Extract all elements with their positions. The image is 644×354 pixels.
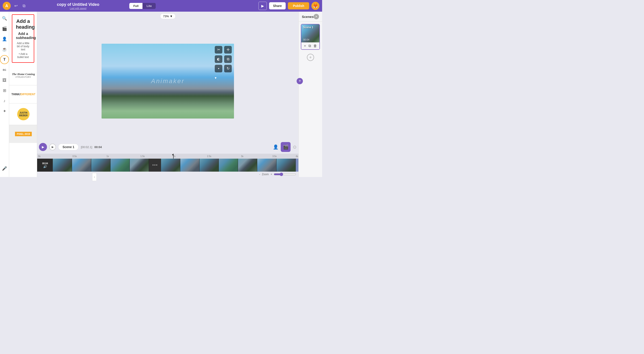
frame-1 — [53, 159, 72, 172]
timeline-ruler: 0s 0.5s 1s 1.5s 2s 2.5s 3s 3.5s 4s ▼ — [37, 154, 298, 159]
sidebar-item-music[interactable]: ♪ — [0, 96, 9, 105]
move-icon[interactable]: ✛ — [224, 46, 232, 54]
copy-scene-button[interactable]: ⧉ — [308, 44, 311, 48]
frame-5 — [130, 159, 149, 172]
frame-9 — [219, 159, 238, 172]
scene-1-card[interactable]: Scene 1 00:04 + ⧉ 🗑 — [301, 24, 320, 50]
sidebar-item-mic[interactable]: 🎤 — [0, 164, 9, 173]
mode-full-button[interactable]: Full — [129, 3, 142, 9]
frame-7 — [180, 159, 200, 172]
zoom-control[interactable]: 73% ▼ — [160, 14, 176, 19]
text-style-think-different[interactable]: THINK/DIFFERENT — [9, 85, 37, 103]
more-controls-icon[interactable]: ▾ — [215, 74, 216, 82]
user-avatar[interactable]: 🦊 — [311, 2, 320, 10]
share-button[interactable]: Share — [269, 2, 286, 10]
zoom-plus[interactable]: + — [270, 173, 272, 176]
sidebar-item-media[interactable]: 🖼 — [0, 76, 9, 85]
app-logo[interactable]: A — [3, 2, 11, 10]
timer-icon[interactable]: ⊙ — [293, 144, 296, 150]
collapse-panel-button[interactable]: ‹ — [92, 173, 97, 177]
title-area: copy of Untitled Video Last edit saved — [29, 2, 127, 10]
ruler-mark-4s: 4s — [296, 155, 298, 157]
frame-more: ••• — [149, 159, 161, 172]
track-audio-icon: 🔊 — [43, 165, 47, 168]
add-element-button[interactable]: + — [296, 78, 303, 84]
add-new-scene-button[interactable]: + — [307, 54, 314, 61]
track-frames[interactable]: ••• — [53, 159, 298, 172]
frame-10 — [238, 159, 257, 172]
preview-play-button[interactable]: ▶ — [258, 2, 267, 10]
frame-6 — [161, 159, 180, 172]
ruler-mark-0_5s: 0.5s — [72, 155, 77, 157]
homecoming-sub: #TRUESTORY — [16, 76, 31, 78]
copy-button[interactable]: ⧉ — [21, 3, 27, 9]
track-time: 00:04 — [42, 162, 48, 165]
delete-scene-button[interactable]: 🗑 — [314, 44, 317, 48]
template-heading: Add a heading — [16, 18, 30, 30]
ruler-mark-0s: 0s — [38, 155, 40, 157]
sidebar-item-scenes[interactable]: 🎬 — [0, 24, 9, 33]
sidebar-item-props[interactable]: ☕ — [0, 45, 9, 54]
scenes-header: Scenes ✕ — [298, 12, 322, 22]
template-body: Add a little bit of body text — [16, 42, 30, 51]
scenes-panel: Scenes ✕ Scene 1 00:04 + ⧉ 🗑 + — [298, 12, 322, 177]
close-scenes-button[interactable]: ✕ — [314, 14, 319, 19]
frame-11 — [257, 159, 276, 172]
mode-lite-button[interactable]: Lite — [142, 3, 156, 9]
sidebar-item-text[interactable]: T — [0, 55, 9, 64]
canvas-controls-row3: ▪ ↻ — [215, 65, 232, 72]
zoom-slider[interactable] — [274, 172, 296, 176]
zoom-minus[interactable]: - — [259, 173, 260, 176]
sidebar-item-search[interactable]: 🔍 — [0, 14, 9, 23]
scene-play-button[interactable]: ▶ — [39, 143, 47, 151]
current-time-display: [00:02.1] — [81, 145, 92, 149]
frame-12 — [276, 159, 296, 172]
last-saved: Last edit saved — [29, 7, 127, 10]
template-subheading: Add a subheading — [16, 32, 30, 40]
sidebar-item-effects[interactable]: ✦ — [0, 107, 9, 116]
track-label: 00:04 🔊 — [37, 159, 53, 172]
refresh-icon[interactable]: ↻ — [224, 65, 232, 72]
frame-2 — [72, 159, 91, 172]
person-icon[interactable]: 👤 — [273, 144, 278, 150]
text-style-justin-bieber[interactable]: JUSTINBIEBER — [9, 103, 37, 125]
ruler-mark-3_5s: 3.5s — [272, 155, 277, 157]
sidebar-item-characters[interactable]: 👤 — [0, 35, 9, 44]
scene-label: Scene 1 — [58, 144, 78, 150]
text-style-homecoming[interactable]: The Home Coming #TRUESTORY — [9, 65, 37, 85]
scenes-title: Scenes — [302, 15, 314, 19]
total-time-display: 00:04 — [94, 145, 102, 149]
video-canvas[interactable]: Animaker ✂ ✛ ◐ ⧉ ▪ ↻ ▾ — [102, 44, 234, 118]
add-scene-action-button[interactable]: + — [304, 44, 306, 48]
mode-toggle: Full Lite — [129, 3, 156, 9]
split-icon[interactable]: ▪ — [215, 65, 222, 72]
timeline-end-tab — [296, 159, 298, 172]
think-different-text: THINK/DIFFERENT — [12, 93, 35, 96]
pixel-text: PIXEL 2019 — [15, 132, 32, 136]
template-bullet: • Add a bullet text — [16, 52, 30, 59]
undo-button[interactable]: ↩ — [13, 3, 19, 9]
text-style-grid: The Home Coming #TRUESTORY A L I V E THI… — [9, 65, 37, 143]
heading-template[interactable]: Add a heading Add a subheading Add a lit… — [12, 14, 34, 63]
timeline-track: 00:04 🔊 ••• — [37, 159, 298, 172]
scene-play-inner-button[interactable]: ▶ — [49, 144, 56, 150]
zoom-chevron-icon: ▼ — [170, 15, 173, 18]
text-style-pixel[interactable]: PIXEL 2019 — [9, 125, 37, 143]
video-clip-icon[interactable]: 🎬 — [281, 142, 290, 152]
ruler-mark-3s: 3s — [241, 155, 243, 157]
scene-1-time: 00:04 — [303, 38, 309, 41]
contrast-icon[interactable]: ◐ — [215, 55, 222, 63]
publish-button[interactable]: Publish — [288, 2, 309, 10]
frame-8 — [200, 159, 219, 172]
sidebar-item-background[interactable]: BG — [0, 65, 9, 74]
duplicate-scene-icon[interactable]: ⧉ — [224, 55, 232, 63]
scissors-icon[interactable]: ✂ — [215, 46, 222, 54]
zoom-text-label: Zoom — [262, 173, 269, 176]
sidebar-item-grid[interactable]: ⊞ — [0, 86, 9, 95]
canvas-controls-row1: ✂ ✛ — [215, 46, 232, 54]
main-layout: 🔍 🎬 👤 ☕ T BG 🖼 ⊞ ♪ ✦ 🎤 Add a heading Add… — [0, 12, 322, 177]
playhead: ▼ — [173, 154, 174, 159]
full-timeline: ▶ ▶ Scene 1 [00:02.1] 00:04 👤 🎬 ⊙ 0s 0.5… — [37, 141, 298, 177]
justin-bieber-badge: JUSTINBIEBER — [17, 108, 30, 120]
ruler-mark-2_5s: 2.5s — [207, 155, 212, 157]
